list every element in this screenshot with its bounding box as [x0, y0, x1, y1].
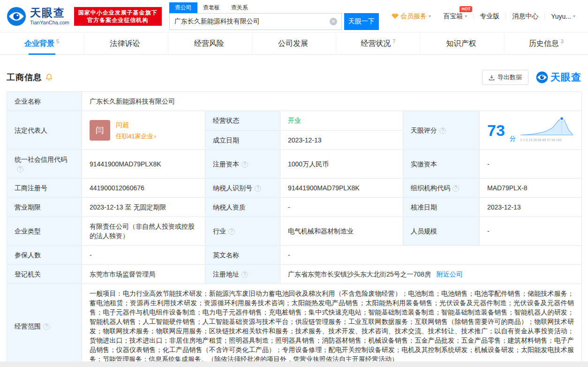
tab-history-info[interactable]: 历史信息3: [504, 33, 588, 54]
export-label: 导出数据: [498, 73, 522, 82]
tab-legal-proceedings[interactable]: 法律诉讼: [83, 33, 167, 54]
table-row: 统一社会信用代码? 91441900MAD79PLX8K 注册资本? 1000万…: [7, 150, 582, 179]
business-scope-value: 一般项目：电力行业高效节能技术研发；新能源汽车废旧动力蓄电池回收及梯次利用（不含…: [82, 284, 582, 367]
logo-text: 天眼查 TianYanCha.com: [30, 7, 69, 25]
status-value: 开业: [280, 111, 403, 131]
score-chart: 0 1 5 15 35 65 85 97 99 100: [520, 116, 573, 145]
search-tab-relation[interactable]: 查关系: [226, 2, 254, 13]
search-input-wrap: ✕: [169, 13, 342, 30]
toolbox-link[interactable]: 百宝箱 ▾ HOT: [437, 12, 473, 21]
tab-company-background[interactable]: 企业背景5: [0, 33, 83, 54]
staff-size-value: -: [480, 217, 582, 246]
table-row: 工商注册号 441900012060676 纳税人识别号? 91441900MA…: [7, 179, 582, 198]
export-data-button[interactable]: 导出数据: [482, 70, 528, 85]
tab-intellectual-property[interactable]: 知识产权: [420, 33, 504, 54]
establish-date-value: 2023-12-13: [280, 130, 403, 150]
user-menu[interactable]: Yuyu... ▾: [545, 13, 581, 20]
tab-count: 5: [56, 38, 59, 44]
legal-rep-avatar[interactable]: 闫: [90, 120, 110, 141]
vip-label: 会员服务: [400, 12, 427, 21]
tab-label: 经营状况: [361, 39, 391, 49]
company-name-value: 广东长久新能源科技有限公司: [82, 92, 582, 111]
tab-count: 7: [392, 38, 395, 44]
company-type-value: 有限责任公司（非自然人投资或控股的法人独资）: [82, 217, 205, 246]
info-icon[interactable]: ?: [452, 185, 459, 192]
pro-label: 专业版: [480, 12, 499, 21]
business-scope-label: 经营范围?: [7, 284, 82, 367]
search-input[interactable]: [170, 14, 341, 30]
taxpayer-id-label: 纳税人识别号?: [205, 179, 280, 198]
top-nav: 会员服务 ▾ 百宝箱 ▾ HOT 专业版 消息中心 Yuyu... ▾: [385, 12, 581, 21]
vip-icon: [392, 13, 399, 19]
download-icon: [489, 75, 495, 81]
company-name-label: 企业名称: [7, 92, 82, 111]
watermark-text: 天眼查: [550, 71, 581, 84]
info-icon[interactable]: ?: [43, 323, 50, 330]
industry-value: 电气机械和器材制造业: [280, 217, 403, 246]
section-title: 工商信息: [7, 72, 42, 83]
info-icon[interactable]: ?: [228, 228, 235, 235]
nearby-companies-link[interactable]: 附近公司: [437, 270, 463, 278]
toolbox-label: 百宝箱: [443, 12, 463, 21]
vip-services-link[interactable]: 会员服务 ▾: [385, 12, 437, 21]
info-icon[interactable]: ?: [255, 185, 261, 192]
taxpayer-quality-label: 纳税人资质: [205, 198, 280, 217]
insured-count-label: 参保人数: [7, 246, 82, 265]
approval-date-label: 核准日期: [403, 198, 480, 217]
legal-rep-positions-link[interactable]: 任职41家企业 ›: [116, 132, 156, 141]
address-text: 广东省东莞市长安镇沙头东大北街25号之一708房: [288, 270, 431, 278]
unified-code-value: 91441900MAD79PLX8K: [82, 150, 205, 179]
tab-company-development[interactable]: 公司发展: [252, 33, 336, 54]
message-center-link[interactable]: 消息中心: [506, 12, 544, 21]
table-row: 经营范围? 一般项目：电力行业高效节能技术研发；新能源汽车废旧动力蓄电池回收及梯…: [7, 284, 582, 367]
legal-rep-name-link[interactable]: 闫超: [116, 120, 156, 129]
info-icon[interactable]: ?: [17, 166, 23, 172]
status-label: 经营状态: [205, 111, 280, 131]
search-tab-company[interactable]: 查公司: [169, 2, 197, 13]
industry-label: 行业?: [205, 217, 280, 246]
user-name: Yuyu...: [551, 13, 571, 20]
messages-label: 消息中心: [512, 12, 538, 21]
brand-domain: TianYanCha.com: [30, 20, 69, 25]
section-actions: 导出数据 天眼查: [482, 70, 581, 85]
staff-size-label: 人员规模: [403, 217, 480, 246]
reg-address-label: 注册地址?: [205, 265, 280, 284]
establish-date-label: 成立日期: [205, 130, 280, 150]
info-icon[interactable]: ?: [439, 127, 446, 134]
info-icon[interactable]: ?: [241, 271, 248, 278]
table-row: 参保人数 - 英文名称 -: [7, 246, 582, 265]
reg-capital-label: 注册资本?: [205, 150, 280, 179]
score-unit: 分: [510, 134, 516, 143]
tianyancha-logo-icon: [7, 7, 26, 26]
search-tab-boss[interactable]: 查老板: [197, 2, 226, 13]
tianyancha-logo[interactable]: 天眼查 TianYanCha.com: [7, 7, 69, 26]
table-row: 登记机关 东莞市市场监督管理局 注册地址? 广东省东莞市长安镇沙头东大北街25号…: [7, 265, 582, 284]
chevron-down-icon: ▾: [465, 14, 467, 18]
paid-capital-label: 实缴资本: [403, 150, 480, 179]
top-header: 天眼查 TianYanCha.com 国家中小企业发展子基金旗下 官方备案企业征…: [0, 0, 588, 32]
tab-operating-status[interactable]: 经营状况7: [336, 33, 420, 54]
unified-code-label: 统一社会信用代码?: [7, 150, 82, 179]
section-header: 工商信息 导出数据 天眼查: [0, 55, 588, 91]
company-type-label: 企业类型: [7, 217, 82, 246]
approval-date-value: 2023-12-13: [480, 198, 582, 217]
tab-label: 知识产权: [446, 39, 476, 49]
reg-number-label: 工商注册号: [7, 179, 82, 198]
reg-address-value: 广东省东莞市长安镇沙头东大北街25号之一708房 附近公司: [280, 265, 582, 284]
brand-name: 天眼查: [30, 7, 69, 18]
badge-line-2: 官方备案企业征信机构: [78, 16, 158, 24]
status-badge: 开业: [288, 117, 301, 124]
pro-version-link[interactable]: 专业版: [474, 12, 505, 21]
info-icon[interactable]: ?: [241, 161, 248, 168]
score-axis-ticks: 0 1 5 15 35 65 85 97 99 100: [520, 135, 573, 145]
search-area: 查公司 查老板 查关系 ✕ 天眼一下: [169, 3, 380, 30]
tab-operation-risk[interactable]: 经营风险: [168, 33, 252, 54]
table-row: 企业类型 有限责任公司（非自然人投资或控股的法人独资） 行业? 电气机械和器材制…: [7, 217, 582, 246]
insured-count-value: -: [82, 246, 205, 265]
tab-label: 企业背景: [24, 39, 54, 49]
tab-label: 公司发展: [278, 39, 308, 49]
clear-search-icon[interactable]: ✕: [330, 18, 337, 25]
bell-icon[interactable]: [45, 74, 53, 81]
search-button[interactable]: 天眼一下: [344, 13, 379, 30]
tianyancha-watermark: 天眼查: [536, 71, 581, 84]
